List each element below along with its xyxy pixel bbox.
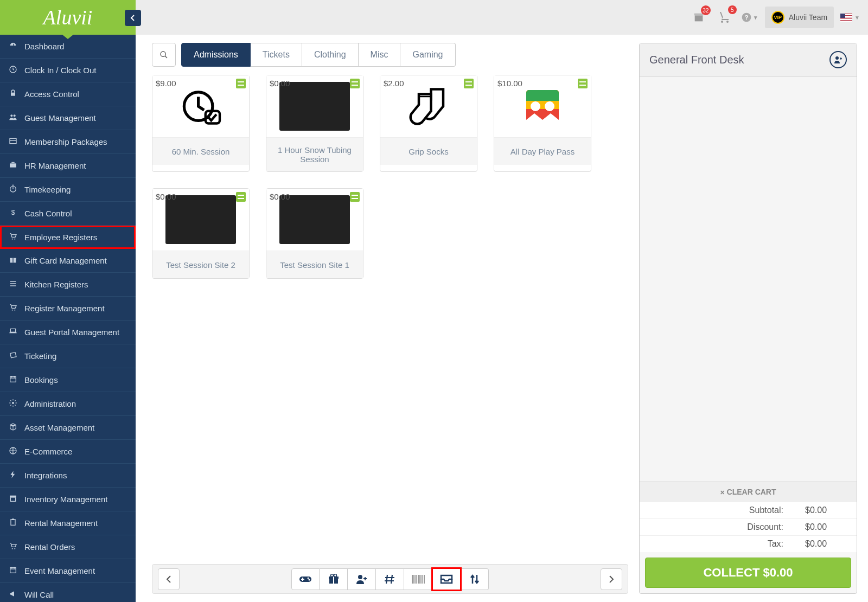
brand-header: Aluvii: [0, 0, 136, 35]
help-icon: ?: [741, 12, 752, 23]
sidebar-item-will-call[interactable]: Will Call: [0, 583, 136, 602]
svg-point-9: [12, 239, 13, 240]
dollar-icon: $: [8, 208, 18, 219]
discount-label: Discount:: [653, 522, 783, 532]
cart-button[interactable]: 5: [715, 8, 735, 27]
sidebar-item-employee-registers[interactable]: Employee Registers: [0, 226, 136, 249]
tab-misc[interactable]: Misc: [359, 43, 401, 67]
add-guest-button[interactable]: [348, 568, 376, 590]
sidebar-item-label: Rental Management: [24, 518, 98, 528]
sidebar-item-rental-orders[interactable]: Rental Orders: [0, 535, 136, 559]
sidebar-item-ticketing[interactable]: Ticketing: [0, 344, 136, 368]
sidebar-item-register-management[interactable]: Register Management: [0, 297, 136, 321]
sidebar-item-asset-management[interactable]: Asset Management: [0, 416, 136, 440]
us-flag-icon: [840, 14, 852, 22]
cash-drawer-button[interactable]: [432, 568, 461, 590]
sidebar-item-membership-packages[interactable]: Membership Packages: [0, 130, 136, 154]
svg-text:?: ?: [744, 14, 748, 21]
chevron-right-icon: [609, 575, 614, 583]
user-menu[interactable]: VIP Aluvii Team: [765, 7, 834, 28]
sidebar-item-bookings[interactable]: Bookings: [0, 368, 136, 392]
sidebar-item-clock-in-clock-out[interactable]: Clock In / Clock Out: [0, 59, 136, 82]
tab-gaming[interactable]: Gaming: [400, 43, 455, 67]
sidebar-item-label: Administration: [24, 399, 76, 408]
list-icon: [8, 279, 18, 290]
page-prev-button[interactable]: [158, 568, 180, 590]
catalog-search-button[interactable]: [152, 43, 176, 67]
sidebar-item-label: HR Management: [24, 161, 86, 170]
clear-cart-button[interactable]: CLEAR CART: [640, 482, 857, 502]
lock-icon: [8, 89, 18, 99]
cart-items-area: [640, 76, 857, 482]
sidebar-item-administration[interactable]: Administration: [0, 392, 136, 416]
sidebar-collapse-button[interactable]: [125, 10, 141, 26]
barcode-icon: [411, 574, 425, 584]
product-options-icon: [464, 79, 474, 88]
notifications-button[interactable]: 32: [689, 8, 709, 27]
cart-assign-guest-button[interactable]: [829, 51, 847, 68]
product-options-icon: [350, 79, 360, 88]
sidebar-item-gift-card-management[interactable]: Gift Card Management: [0, 249, 136, 273]
user-avatar-icon: VIP: [771, 11, 784, 24]
cube-icon: [8, 422, 18, 433]
sidebar-item-timekeeping[interactable]: Timekeeping: [0, 178, 136, 202]
tab-admissions[interactable]: Admissions: [181, 43, 251, 67]
sidebar-item-kitchen-registers[interactable]: Kitchen Registers: [0, 273, 136, 297]
product-card[interactable]: $10.00 All Day Play Pass: [494, 75, 591, 172]
sort-button[interactable]: [461, 568, 489, 590]
gears-icon: [8, 399, 18, 409]
svg-point-2: [10, 114, 12, 117]
user-plus-icon: [356, 574, 368, 584]
product-card[interactable]: $9.00 60 Min. Session: [152, 75, 250, 172]
product-card[interactable]: $0.00 Test Session Site 1: [266, 188, 363, 279]
calendar-icon: [8, 566, 18, 576]
sidebar-item-hr-management[interactable]: HR Management: [0, 154, 136, 178]
svg-point-39: [309, 579, 310, 580]
users-icon: [8, 113, 18, 123]
number-button[interactable]: [376, 568, 404, 590]
collect-button[interactable]: COLLECT $0.00: [645, 558, 851, 588]
gift-button[interactable]: [320, 568, 348, 590]
tab-tickets[interactable]: Tickets: [251, 43, 302, 67]
locale-dropdown[interactable]: ▼: [840, 14, 860, 22]
help-dropdown[interactable]: ? ▼: [741, 12, 758, 23]
gamepad-button[interactable]: [291, 568, 320, 590]
sidebar-item-e-commerce[interactable]: E-Commerce: [0, 440, 136, 464]
sidebar-item-label: Bookings: [24, 375, 58, 385]
archive-icon: [8, 494, 18, 504]
gamepad-icon: [299, 575, 312, 584]
svg-rect-16: [10, 329, 15, 332]
catalog-panel: AdmissionsTicketsClothingMiscGaming $9.0…: [152, 43, 628, 594]
product-card[interactable]: $0.00 Test Session Site 2: [152, 188, 250, 279]
svg-rect-23: [11, 520, 15, 526]
barcode-button[interactable]: [404, 568, 432, 590]
product-price: $0.00: [156, 192, 176, 201]
product-card[interactable]: $2.00 Grip Socks: [380, 75, 477, 172]
subtotal-label: Subtotal:: [653, 505, 783, 515]
cart-panel: General Front Desk CLEAR CART Subtotal:$…: [639, 43, 857, 594]
sidebar-item-label: Asset Management: [24, 423, 94, 432]
inbox-icon: [440, 574, 453, 584]
sidebar-item-event-management[interactable]: Event Management: [0, 559, 136, 583]
svg-rect-51: [413, 575, 414, 584]
product-price: $9.00: [156, 79, 176, 88]
sidebar-item-rental-management[interactable]: Rental Management: [0, 511, 136, 535]
product-card[interactable]: $0.00 1 Hour Snow Tubing Session: [266, 75, 363, 172]
sidebar-item-label: Inventory Management: [24, 495, 107, 504]
svg-point-46: [334, 574, 336, 577]
sidebar-item-label: Gift Card Management: [24, 256, 107, 265]
sidebar-item-label: Employee Registers: [24, 233, 97, 242]
product-name: Test Session Site 1: [266, 251, 363, 278]
sidebar-item-inventory-management[interactable]: Inventory Management: [0, 488, 136, 511]
bullhorn-icon: [8, 590, 18, 600]
tab-clothing[interactable]: Clothing: [302, 43, 359, 67]
sidebar-item-guest-management[interactable]: Guest Management: [0, 106, 136, 130]
sidebar-item-cash-control[interactable]: $Cash Control: [0, 202, 136, 226]
svg-rect-44: [333, 577, 334, 584]
product-name: 60 Min. Session: [152, 138, 249, 165]
sidebar-item-integrations[interactable]: Integrations: [0, 464, 136, 488]
calendar-icon: [8, 375, 18, 385]
sidebar-item-guest-portal-management[interactable]: Guest Portal Management: [0, 321, 136, 344]
sidebar-item-access-control[interactable]: Access Control: [0, 82, 136, 106]
page-next-button[interactable]: [601, 568, 622, 590]
